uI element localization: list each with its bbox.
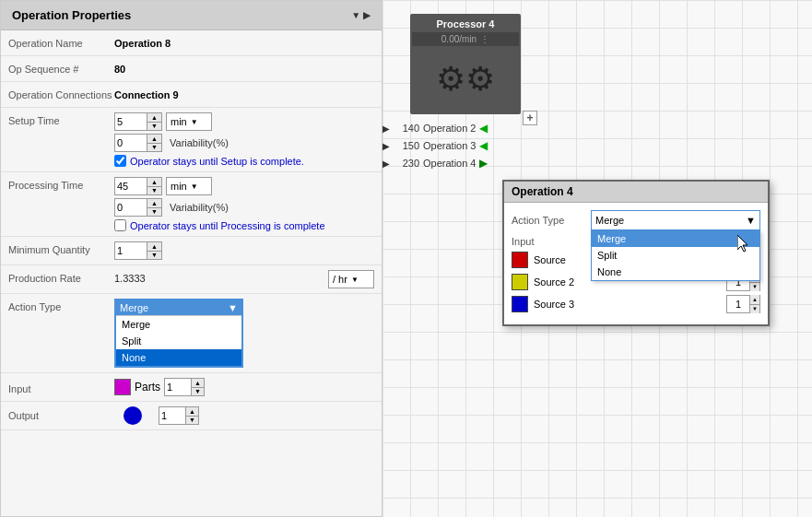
processing-variability-spinner: ▲ ▼	[147, 199, 161, 216]
action-type-label: Action Type	[8, 299, 114, 312]
processing-time-value[interactable]	[115, 180, 147, 193]
processor-rate: 0.00/min ⋮	[412, 32, 519, 46]
processing-checkbox-label: Operator stays until Processing is compl…	[130, 220, 325, 231]
op4-merge-option[interactable]: Merge	[592, 230, 759, 247]
processing-variability-label: Variability(%)	[170, 202, 229, 213]
op3-connector-icon: ◀	[479, 139, 488, 152]
action-type-none[interactable]: None	[116, 349, 241, 366]
production-rate-unit-select[interactable]: / hr ▼	[328, 270, 374, 288]
op4-none-option[interactable]: None	[592, 264, 759, 280]
min-quantity-down[interactable]: ▼	[147, 252, 161, 260]
processing-time-input[interactable]: ▲ ▼	[114, 177, 162, 195]
min-quantity-value[interactable]	[115, 244, 147, 257]
input-color-swatch[interactable]	[114, 379, 131, 395]
op4-popup-content: Action Type Merge ▼ Merge Split None	[504, 203, 768, 324]
input-qty-up[interactable]: ▲	[192, 379, 204, 388]
op4-source2-down[interactable]: ▼	[750, 283, 759, 292]
op4-source1-swatch[interactable]	[512, 252, 528, 268]
op4-action-dropdown[interactable]: Merge ▼ Merge Split None	[591, 210, 760, 230]
processor-box[interactable]: Processor 4 0.00/min ⋮ ⚙⚙	[410, 14, 521, 114]
panel-header: Operation Properties ▼ ▶	[1, 1, 382, 30]
op4-source3-qty-value[interactable]	[727, 299, 749, 310]
input-qty-value[interactable]	[165, 381, 191, 394]
op4-popup: Operation 4 Action Type Merge ▼ Merge Sp…	[502, 180, 770, 326]
processing-variability-down[interactable]: ▼	[147, 208, 161, 217]
processing-variability-up[interactable]: ▲	[147, 199, 161, 208]
op4-source2-swatch[interactable]	[512, 274, 528, 290]
output-label: Output	[8, 410, 114, 421]
min-quantity-up[interactable]: ▲	[147, 242, 161, 252]
output-qty-up[interactable]: ▲	[186, 407, 198, 417]
action-type-arrow-icon: ▼	[228, 302, 238, 313]
setup-time-label: Setup Time	[8, 112, 114, 126]
op3-seq: 150	[394, 140, 419, 151]
output-qty-value[interactable]	[159, 409, 185, 422]
setup-variability-label: Variability(%)	[170, 137, 229, 148]
production-rate-value: 1.3333	[114, 270, 324, 284]
op-sequence-label: Op Sequence #	[8, 61, 114, 75]
op4-source3-label: Source 3	[534, 299, 721, 310]
setup-variability-up[interactable]: ▲	[147, 135, 161, 144]
action-type-dropdown[interactable]: Merge ▼ Merge Split None	[114, 299, 243, 368]
op3-arrow-icon: ▶	[382, 141, 390, 151]
op-connections-value: Connection 9	[114, 87, 374, 100]
op4-split-option[interactable]: Split	[592, 247, 759, 264]
op4-popup-title: Operation 4	[504, 182, 768, 203]
setup-checkbox-label: Operator stays until Setup is complete.	[130, 156, 304, 167]
add-connection-button[interactable]: +	[523, 111, 537, 125]
processing-checkbox[interactable]	[114, 219, 126, 231]
op4-arrow-icon: ▶	[382, 159, 390, 169]
output-color-swatch[interactable]	[124, 406, 142, 425]
processing-variability-value[interactable]	[115, 201, 147, 214]
left-panel: Operation Properties ▼ ▶ Operation Name …	[0, 0, 382, 517]
processing-time-unit-select[interactable]: min ▼	[166, 177, 212, 195]
op4-action-arrow-icon: ▼	[746, 215, 756, 226]
setup-time-up[interactable]: ▲	[147, 113, 161, 123]
setup-time-value[interactable]	[115, 115, 147, 128]
min-quantity-label: Minimum Quantity	[8, 241, 114, 255]
processor-rate-value: 0.00/min	[441, 34, 477, 44]
action-type-split[interactable]: Split	[116, 333, 241, 349]
min-quantity-input[interactable]: ▲ ▼	[114, 241, 162, 260]
input-label: Input	[8, 381, 114, 394]
output-qty-input[interactable]: ▲ ▼	[159, 406, 199, 425]
setup-variability-down[interactable]: ▼	[147, 144, 161, 152]
op4-source3-swatch[interactable]	[512, 296, 528, 312]
processing-variability-input[interactable]: ▲ ▼	[114, 198, 162, 217]
setup-variability-input[interactable]: ▲ ▼	[114, 134, 162, 152]
operations-list: ▶ 140 Operation 2 ◀ ▶ 150 Operation 3 ◀ …	[382, 120, 488, 171]
op4-source3-down[interactable]: ▼	[750, 305, 759, 314]
processing-time-down[interactable]: ▼	[147, 187, 161, 195]
setup-time-input[interactable]: ▲ ▼	[114, 112, 162, 131]
processor-body: ⚙⚙	[412, 46, 519, 112]
min-quantity-row: Minimum Quantity ▲ ▼	[1, 237, 382, 265]
output-qty-down[interactable]: ▼	[186, 417, 198, 425]
processor-menu-icon[interactable]: ⋮	[480, 34, 489, 44]
op2-connector-icon: ◀	[479, 122, 488, 135]
setup-variability-value[interactable]	[115, 136, 147, 149]
op2-name: Operation 2	[423, 123, 476, 134]
setup-checkbox[interactable]	[114, 155, 126, 167]
op4-action-row: Action Type Merge ▼ Merge Split None	[512, 210, 760, 230]
input-qty-down[interactable]: ▼	[192, 388, 204, 396]
setup-time-unit-select[interactable]: min ▼	[166, 112, 212, 131]
input-row: Input Parts ▲ ▼	[1, 373, 382, 402]
input-qty-input[interactable]: ▲ ▼	[164, 378, 205, 396]
processing-time-unit-arrow: ▼	[191, 182, 198, 191]
production-rate-label: Production Rate	[8, 270, 114, 284]
action-type-merge[interactable]: Merge	[116, 316, 241, 333]
canvas-panel: Processor 4 0.00/min ⋮ ⚙⚙ + ▶ 140 Operat…	[382, 0, 812, 517]
processor-title: Processor 4	[412, 16, 519, 32]
op4-source3-up[interactable]: ▲	[750, 295, 759, 305]
setup-checkbox-row: Operator stays until Setup is complete.	[114, 155, 374, 167]
action-type-dropdown-header[interactable]: Merge ▼	[116, 300, 241, 315]
input-parts-label: Parts	[135, 381, 160, 394]
op4-action-header[interactable]: Merge ▼	[591, 210, 760, 230]
op4-source3-qty[interactable]: ▲ ▼	[726, 295, 760, 313]
setup-time-down[interactable]: ▼	[147, 123, 161, 131]
processing-time-up[interactable]: ▲	[147, 178, 161, 187]
op-sequence-row: Op Sequence # 80	[1, 56, 382, 82]
action-type-container: Merge ▼ Merge Split None	[114, 299, 243, 368]
setup-time-row: Setup Time ▲ ▼ min	[1, 108, 382, 172]
input-qty-spinner: ▲ ▼	[191, 379, 204, 395]
